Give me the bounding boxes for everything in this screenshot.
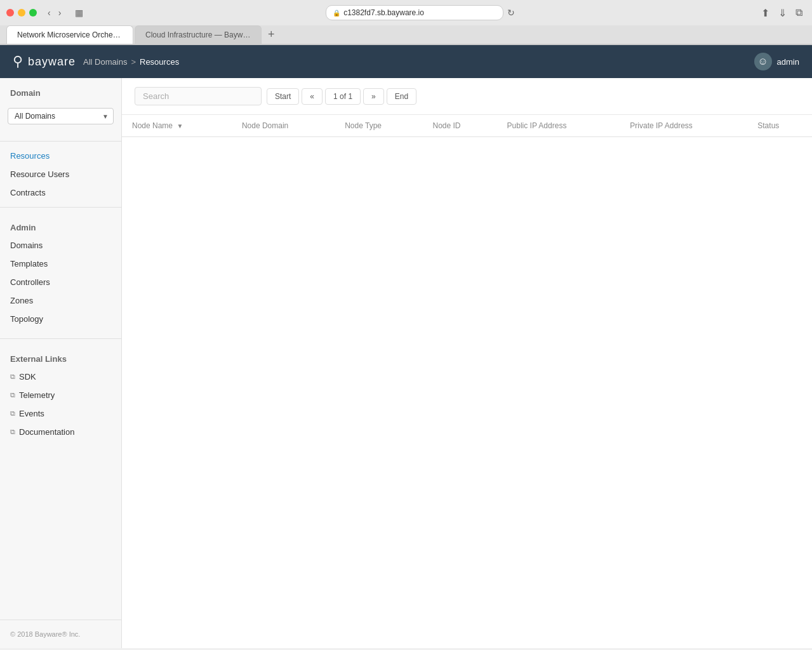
browser-back-btn[interactable]: ‹	[44, 6, 54, 19]
lock-icon: 🔒	[333, 10, 340, 17]
browser-tab-2[interactable]: Cloud Infrastructure — Bayware documenta…	[135, 25, 262, 44]
browser-layout-btn[interactable]: ▦	[72, 6, 86, 19]
address-bar: 🔒 c1382fd7.sb.bayware.io ↻	[91, 5, 753, 20]
col-node-id-label: Node ID	[432, 121, 460, 130]
col-private-ip-label: Private IP Address	[630, 121, 693, 130]
sort-icon-node-name: ▼	[176, 123, 183, 129]
table-wrapper: Node Name ▼ Node Domain Node Type Node I…	[122, 115, 812, 648]
browser-forward-btn[interactable]: ›	[55, 6, 65, 19]
sidebar-item-zones-label: Zones	[10, 296, 33, 305]
sidebar: Domain All Domains ▼ Resources Resourc	[0, 78, 122, 648]
sidebar-domain-title: Domain	[0, 88, 121, 102]
sidebar-section-domain: Domain All Domains ▼	[0, 78, 121, 136]
breadcrumb: All Domains > Resources	[83, 57, 179, 67]
sidebar-item-templates-label: Templates	[10, 259, 48, 269]
user-name[interactable]: admin	[777, 57, 799, 67]
main-content: Start « 1 of 1 » End Node Name ▼	[122, 78, 812, 648]
logo-text: bayware	[28, 55, 76, 69]
sidebar-item-telemetry[interactable]: ⧉ Telemetry	[0, 386, 121, 404]
sidebar-item-templates[interactable]: Templates	[0, 255, 121, 273]
col-node-name-label: Node Name	[132, 121, 173, 130]
sidebar-divider-3	[0, 338, 121, 339]
sidebar-item-controllers-label: Controllers	[10, 277, 50, 287]
col-node-name[interactable]: Node Name ▼	[122, 115, 232, 137]
browser-tabs: Network Microservice Orchestrator Cloud …	[0, 25, 812, 44]
browser-minimize-btn[interactable]	[18, 9, 25, 17]
sidebar-item-resources-label: Resources	[10, 151, 50, 161]
domain-select[interactable]: All Domains	[8, 108, 114, 124]
app-header-right: ☺ admin	[754, 53, 799, 70]
col-node-domain: Node Domain	[232, 115, 335, 137]
logo-icon: ⚲	[13, 53, 23, 70]
pagination-start-btn[interactable]: Start	[267, 88, 299, 105]
sidebar-item-events[interactable]: ⧉ Events	[0, 404, 121, 423]
external-link-icon-events: ⧉	[10, 409, 15, 418]
sidebar-item-topology-label: Topology	[10, 314, 43, 324]
pagination-prev-btn[interactable]: «	[302, 88, 323, 105]
sidebar-item-documentation-label: Documentation	[19, 427, 74, 437]
sidebar-domain-selector[interactable]: All Domains ▼	[8, 108, 114, 124]
sidebar-item-resources[interactable]: Resources	[0, 147, 121, 165]
reload-btn[interactable]: ↻	[503, 6, 519, 19]
sidebar-item-telemetry-label: Telemetry	[19, 390, 55, 400]
user-avatar: ☺	[754, 53, 772, 70]
browser-actions: ⬆ ⇓ ⧉	[758, 6, 806, 20]
col-status: Status	[747, 115, 812, 137]
app-body: Domain All Domains ▼ Resources Resourc	[0, 78, 812, 648]
sidebar-divider-1	[0, 141, 121, 142]
browser-share-btn[interactable]: ⬆	[758, 6, 773, 20]
sidebar-footer: © 2018 Bayware® Inc.	[0, 620, 121, 648]
external-link-icon-sdk: ⧉	[10, 373, 15, 381]
search-input[interactable]	[135, 87, 262, 105]
col-node-type-label: Node Type	[345, 121, 382, 130]
external-link-icon-telemetry: ⧉	[10, 391, 15, 399]
sidebar-item-topology[interactable]: Topology	[0, 310, 121, 328]
app-wrapper: ⚲ bayware All Domains > Resources ☺ admi…	[0, 45, 812, 648]
sidebar-item-domains-label: Domains	[10, 241, 43, 250]
external-link-icon-documentation: ⧉	[10, 428, 15, 436]
sidebar-copyright: © 2018 Bayware® Inc.	[10, 630, 80, 638]
col-node-domain-label: Node Domain	[242, 121, 288, 130]
sidebar-item-contracts-label: Contracts	[10, 188, 46, 197]
browser-add-tab-btn[interactable]: +	[263, 25, 280, 44]
browser-download-btn[interactable]: ⇓	[775, 6, 790, 20]
domain-select-wrapper: All Domains ▼	[8, 108, 114, 124]
pagination-end-btn[interactable]: End	[387, 88, 416, 105]
sidebar-divider-2	[0, 207, 121, 208]
page-indicator: 1 of 1	[325, 88, 361, 105]
breadcrumb-separator: >	[131, 57, 136, 67]
sidebar-item-zones[interactable]: Zones	[0, 291, 121, 310]
sidebar-admin-title: Admin	[0, 223, 121, 236]
sidebar-item-controllers[interactable]: Controllers	[0, 273, 121, 291]
col-public-ip-label: Public IP Address	[507, 121, 567, 130]
toolbar: Start « 1 of 1 » End	[122, 78, 812, 115]
app-header: ⚲ bayware All Domains > Resources ☺ admi…	[0, 45, 812, 78]
col-private-ip: Private IP Address	[620, 115, 747, 137]
sidebar-item-contracts[interactable]: Contracts	[0, 183, 121, 202]
resources-table: Node Name ▼ Node Domain Node Type Node I…	[122, 115, 812, 137]
logo: ⚲ bayware	[13, 53, 76, 70]
col-node-id: Node ID	[422, 115, 496, 137]
address-input-display[interactable]: 🔒 c1382fd7.sb.bayware.io	[326, 5, 503, 20]
browser-chrome: ‹ › ▦ 🔒 c1382fd7.sb.bayware.io ↻ ⬆ ⇓ ⧉ N…	[0, 0, 812, 45]
breadcrumb-parent[interactable]: All Domains	[83, 57, 127, 67]
sidebar-external-title: External Links	[0, 354, 121, 368]
sidebar-item-documentation[interactable]: ⧉ Documentation	[0, 423, 121, 441]
sidebar-item-resource-users[interactable]: Resource Users	[0, 165, 121, 183]
sidebar-item-domains[interactable]: Domains	[0, 236, 121, 255]
sidebar-item-resource-users-label: Resource Users	[10, 169, 69, 179]
sidebar-section-external: External Links ⧉ SDK ⧉ Telemetry ⧉ Event…	[0, 344, 121, 446]
browser-maximize-btn[interactable]	[29, 9, 37, 17]
browser-nav-buttons: ‹ ›	[44, 6, 64, 19]
browser-new-window-btn[interactable]: ⧉	[792, 6, 806, 20]
sidebar-section-admin: Admin Domains Templates Controllers Zone…	[0, 213, 121, 333]
pagination-next-btn[interactable]: »	[363, 88, 384, 105]
app-header-left: ⚲ bayware All Domains > Resources	[13, 53, 179, 70]
sidebar-item-sdk[interactable]: ⧉ SDK	[0, 368, 121, 386]
browser-close-btn[interactable]	[6, 9, 14, 17]
browser-tab-active[interactable]: Network Microservice Orchestrator	[6, 25, 133, 44]
col-public-ip: Public IP Address	[497, 115, 620, 137]
avatar-icon: ☺	[757, 56, 768, 67]
browser-titlebar: ‹ › ▦ 🔒 c1382fd7.sb.bayware.io ↻ ⬆ ⇓ ⧉	[0, 0, 812, 25]
table-header: Node Name ▼ Node Domain Node Type Node I…	[122, 115, 812, 137]
